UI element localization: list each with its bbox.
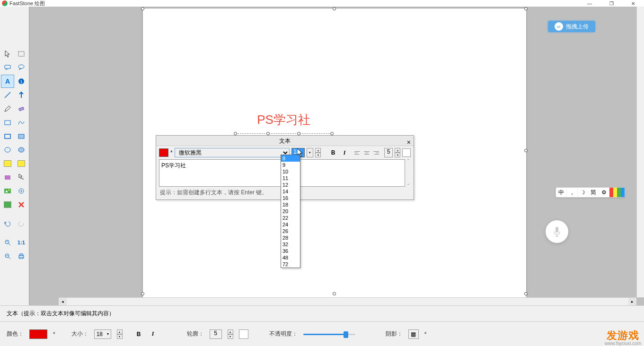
- text-tool[interactable]: A: [1, 75, 14, 88]
- textarea-scrollbar[interactable]: ⌃⌄: [405, 158, 412, 186]
- ime-punct[interactable]: ，: [567, 189, 578, 197]
- font-size-option[interactable]: 24: [281, 221, 300, 228]
- outline-width-field[interactable]: 5: [384, 148, 393, 157]
- sel-handle-tl[interactable]: [141, 7, 144, 10]
- prop-italic-button[interactable]: I: [152, 330, 161, 337]
- font-size-option[interactable]: 14: [281, 188, 300, 195]
- sel-handle-tr[interactable]: [524, 7, 528, 10]
- sel-handle-bl[interactable]: [141, 292, 144, 295]
- zoom-in-tool[interactable]: +: [1, 236, 14, 249]
- canvas-vertical-scrollbar[interactable]: [636, 7, 644, 297]
- font-size-option[interactable]: 12: [281, 182, 300, 188]
- ime-toolbar[interactable]: 中 ， ☽ 简 ⚙: [556, 187, 625, 198]
- prop-bold-button[interactable]: B: [137, 331, 146, 337]
- text-dialog-header[interactable]: 文本 ×: [156, 136, 414, 146]
- curve-tool[interactable]: [15, 116, 28, 129]
- ime-moon-icon[interactable]: ☽: [578, 189, 588, 196]
- eraser-tool[interactable]: [15, 102, 28, 115]
- sel-handle-bc[interactable]: [333, 292, 336, 295]
- ime-settings-icon[interactable]: ⚙: [599, 189, 609, 196]
- font-size-option[interactable]: 28: [281, 234, 300, 241]
- font-size-option[interactable]: 16: [281, 195, 300, 201]
- callout-rect-tool[interactable]: [1, 61, 14, 74]
- font-size-spinner[interactable]: ▴▾: [315, 148, 321, 157]
- font-size-option[interactable]: 20: [281, 208, 300, 215]
- font-size-option[interactable]: 8: [281, 155, 300, 162]
- font-size-option[interactable]: 48: [281, 254, 300, 261]
- undo-tool[interactable]: [1, 217, 14, 230]
- arrow-tool[interactable]: [15, 88, 28, 102]
- rect-tool[interactable]: [1, 130, 14, 143]
- fill-highlight-tool[interactable]: [15, 157, 28, 170]
- font-family-select[interactable]: 微软雅黑: [175, 148, 290, 157]
- font-size-option[interactable]: 11: [281, 175, 300, 182]
- ellipse-tool[interactable]: [1, 143, 14, 156]
- prop-size-spinner[interactable]: ▴▾: [117, 329, 123, 339]
- sel-handle-mr[interactable]: [524, 149, 528, 152]
- microphone-button[interactable]: [546, 220, 568, 243]
- redo-tool[interactable]: [15, 217, 28, 230]
- scroll-right-arrow[interactable]: ▸: [628, 298, 636, 305]
- move-tool[interactable]: +: [15, 171, 28, 184]
- sel-handle-br[interactable]: [524, 292, 528, 295]
- ime-lang[interactable]: 中: [556, 189, 567, 197]
- bold-button[interactable]: B: [328, 148, 338, 157]
- outline-width-spinner[interactable]: ▴▾: [395, 148, 400, 157]
- marquee-tool[interactable]: [15, 47, 28, 61]
- highlighter-tool[interactable]: [1, 157, 14, 170]
- scroll-left-arrow[interactable]: ◂: [59, 298, 67, 305]
- close-button[interactable]: ✕: [622, 0, 644, 7]
- rect-outline-tool[interactable]: [1, 116, 14, 129]
- shadow-picker[interactable]: ▦: [408, 329, 419, 339]
- prop-size-field[interactable]: 18▾: [94, 329, 111, 339]
- canvas-area[interactable]: PS学习社 文本 × * 微软雅黑 18 ▾ ▴▾ B I: [29, 7, 644, 305]
- delete-tool[interactable]: [15, 198, 28, 211]
- font-size-option[interactable]: 36: [281, 248, 300, 254]
- pencil-tool[interactable]: [1, 102, 14, 115]
- print-tool[interactable]: [15, 250, 28, 263]
- align-right-button[interactable]: [372, 148, 380, 157]
- image-tool[interactable]: [1, 184, 14, 198]
- obj-handle-cl[interactable]: [266, 132, 270, 135]
- ellipse-filled-tool[interactable]: [15, 143, 28, 156]
- ime-mode[interactable]: 简: [588, 189, 599, 197]
- font-size-option[interactable]: 9: [281, 162, 300, 168]
- sel-handle-tc[interactable]: [333, 7, 336, 10]
- font-size-option[interactable]: 18: [281, 201, 300, 208]
- prop-outline-field[interactable]: 5: [210, 329, 222, 339]
- prop-outline-spinner[interactable]: ▴▾: [228, 329, 233, 339]
- text-color-swatch[interactable]: [159, 148, 168, 157]
- align-left-button[interactable]: [353, 148, 362, 157]
- opacity-slider-thumb[interactable]: [344, 331, 348, 338]
- callout-ellipse-tool[interactable]: [15, 61, 28, 74]
- rect-filled-tool[interactable]: [15, 130, 28, 143]
- upload-badge[interactable]: ∞ 拖拽上传: [548, 21, 595, 32]
- crop-tool[interactable]: [1, 198, 14, 211]
- line-tool[interactable]: [1, 88, 14, 102]
- font-size-dropdown-button[interactable]: ▾: [307, 148, 313, 157]
- target-tool[interactable]: [15, 184, 28, 198]
- text-object[interactable]: PS学习社: [235, 112, 332, 134]
- prop-color-swatch[interactable]: [29, 329, 47, 339]
- pointer-tool[interactable]: [1, 47, 14, 61]
- text-dialog-close-button[interactable]: ×: [407, 137, 411, 147]
- outline-color-swatch[interactable]: [402, 148, 411, 157]
- maximize-button[interactable]: ❐: [600, 0, 622, 7]
- font-size-option[interactable]: 72: [281, 261, 300, 268]
- obj-handle-l[interactable]: [234, 132, 237, 135]
- zoom-out-tool[interactable]: [1, 250, 14, 263]
- minimize-button[interactable]: —: [579, 0, 600, 7]
- font-size-option[interactable]: 32: [281, 241, 300, 248]
- obj-handle-r[interactable]: [330, 132, 334, 135]
- number-stamp-tool[interactable]: 1: [15, 75, 28, 88]
- zoom-actual-tool[interactable]: 1:1: [15, 236, 28, 249]
- font-size-option[interactable]: 10: [281, 168, 300, 175]
- font-size-option[interactable]: 22: [281, 215, 300, 221]
- opacity-slider[interactable]: [303, 329, 355, 339]
- prop-outline-color-swatch[interactable]: [239, 329, 248, 339]
- canvas-horizontal-scrollbar[interactable]: ◂ ▸: [59, 297, 636, 305]
- blur-tool[interactable]: [1, 171, 14, 184]
- font-size-option[interactable]: 26: [281, 228, 300, 234]
- italic-button[interactable]: I: [340, 148, 349, 157]
- align-center-button[interactable]: [362, 148, 371, 157]
